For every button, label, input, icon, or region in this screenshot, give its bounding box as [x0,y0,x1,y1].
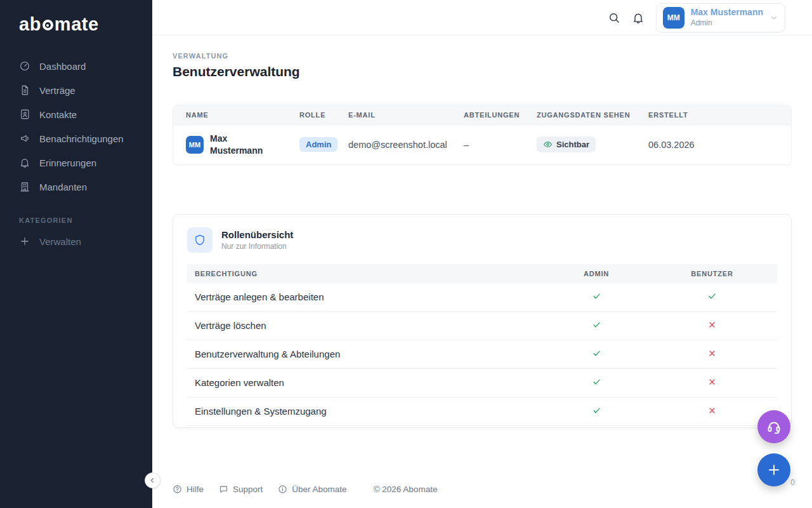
building-icon [19,181,30,192]
sidebar-nav: DashboardVerträgeKontakteBenachrichtigun… [0,54,152,199]
brand-logo: ab mate [0,0,152,54]
topbar: MM Max Mustermann Admin [152,0,812,36]
sidebar-category-nav: Verwalten [0,229,152,253]
avatar: MM [663,7,684,29]
contract-icon [19,84,30,96]
user-permission-cell [647,311,777,340]
check-icon [707,291,717,301]
users-table: NAME ROLLE E-MAIL ABTEILUNGEN ZUGANGSDAT… [173,105,791,164]
user-permission-cell [647,283,777,312]
info-icon [278,485,287,494]
footer-link-help[interactable]: Hilfe [173,485,204,494]
admin-permission-cell [546,340,647,368]
bell-icon [632,11,645,24]
megaphone-icon [19,133,30,144]
footer-link-support[interactable]: Support [219,485,263,494]
sidebar-item-manage-categories[interactable]: Verwalten [0,229,152,253]
permission-label: Einstellungen & Systemzugang [187,397,546,425]
sidebar-item-label: Dashboard [39,61,86,72]
user-email: demo@screenshot.local [341,125,456,164]
chevron-down-icon [769,13,778,22]
users-table-body: MMMax MustermannAdmindemo@screenshot.loc… [173,125,791,164]
assistant-fab-button[interactable] [757,410,790,443]
roles-card-titles: Rollenübersicht Nur zur Information [221,229,293,251]
user-role: Admin [691,18,763,28]
user-permission-cell [647,340,777,368]
check-icon [592,320,601,330]
check-icon [592,377,601,387]
permission-label: Benutzerverwaltung & Abteilungen [187,340,546,368]
footer-link-label: Über Abomate [292,485,346,494]
content: VERWALTUNG Benutzerverwaltung NAME ROLLE… [152,36,812,508]
sidebar-item-dashboard[interactable]: Dashboard [0,54,152,78]
column-header-access: ZUGANGSDATEN SEHEN [529,105,641,125]
chat-icon [219,485,228,494]
add-fab-button[interactable] [757,453,790,486]
cross-icon [707,320,717,330]
sidebar-collapse-button[interactable] [145,472,160,488]
user-menu[interactable]: MM Max Mustermann Admin [656,3,785,32]
admin-permission-cell [546,397,647,425]
check-icon [592,406,601,415]
permission-label: Kategorien verwalten [187,368,546,397]
shield-icon [193,234,206,246]
main-area: MM Max Mustermann Admin VERWALTUNG Benut… [152,0,812,508]
sidebar-item-reminders[interactable]: Erinnerungen [0,150,152,175]
eye-icon [543,140,553,149]
page-title: Benutzerverwaltung [173,64,792,79]
roles-icon-box [187,227,213,253]
notifications-button[interactable] [632,11,645,24]
sidebar-item-tenants[interactable]: Mandanten [0,175,152,199]
search-icon [608,11,620,24]
sidebar-item-label: Mandanten [39,182,87,192]
column-header-user: BENUTZER [647,264,777,283]
access-visibility-label: Sichtbar [556,140,589,149]
cross-icon [707,377,717,387]
sidebar-section-label: KATEGORIEN [0,199,152,229]
footer-link-label: Hilfe [187,485,204,494]
copyright: © 2026 Abomate [374,485,438,494]
roles-overview-card: Rollenübersicht Nur zur Information BERE… [173,214,792,428]
roles-table-header-row: BERECHTIGUNG ADMIN BENUTZER [187,264,777,283]
plus-icon [19,236,30,247]
search-button[interactable] [608,11,620,24]
permission-label: Verträge löschen [187,311,546,340]
sidebar-item-contracts[interactable]: Verträge [0,78,152,102]
cross-icon [707,349,717,358]
dashboard-icon [19,60,30,72]
check-icon [592,291,601,301]
contacts-icon [19,109,30,120]
roles-table: BERECHTIGUNG ADMIN BENUTZER Verträge anl… [187,264,777,426]
sidebar-item-label: Benachrichtigungen [39,133,124,144]
footer-link-about[interactable]: Über Abomate [278,485,346,494]
bell-icon [19,157,30,168]
plus-icon [766,462,782,478]
roles-card-subtitle: Nur zur Information [221,242,293,251]
roles-card-header: Rollenübersicht Nur zur Information [187,227,777,253]
sidebar-item-label: Verträge [39,85,75,96]
permission-label: Verträge anlegen & bearbeiten [187,283,546,312]
footer-link-label: Support [233,485,263,494]
table-row[interactable]: MMMax MustermannAdmindemo@screenshot.loc… [173,125,791,164]
column-header-email: E-MAIL [341,105,456,125]
column-header-name: NAME [173,105,292,125]
app-root: ab mate DashboardVerträgeKontakteBenachr… [0,0,812,508]
user-name: Max Mustermann [210,133,268,157]
roles-card-title: Rollenübersicht [221,229,293,240]
sidebar-item-label: Kontakte [39,109,77,120]
sidebar-item-notifications[interactable]: Benachrichtigungen [0,126,152,150]
breadcrumb: VERWALTUNG [173,52,792,60]
help-icon [173,485,182,494]
access-visibility-badge: Sichtbar [537,137,596,152]
user-menu-text: Max Mustermann Admin [691,7,763,28]
column-header-role: ROLLE [292,105,341,125]
admin-permission-cell [546,311,647,340]
column-header-created: ERSTELLT [641,105,791,125]
user-name: Max Mustermann [691,7,763,18]
sidebar-item-contacts[interactable]: Kontakte [0,102,152,126]
column-header-permission: BERECHTIGUNG [187,264,546,283]
headset-icon [766,419,782,434]
user-permission-cell [647,368,777,397]
cross-icon [707,406,717,415]
sidebar-item-label: Verwalten [39,236,81,247]
